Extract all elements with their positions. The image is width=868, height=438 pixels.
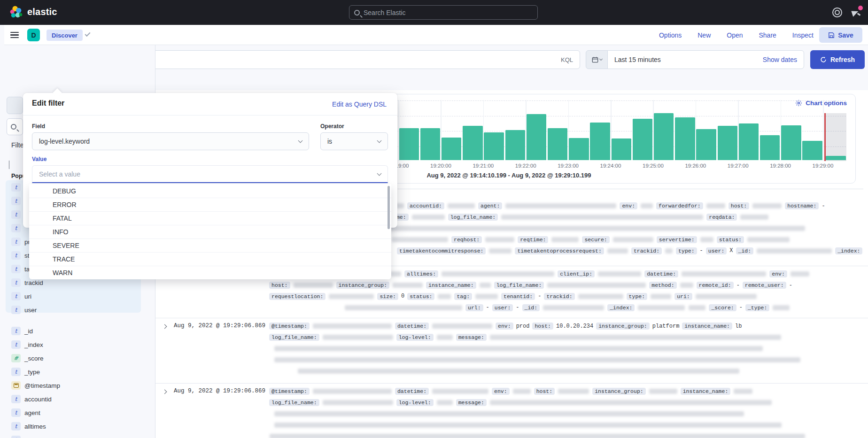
toolbar-link-open[interactable]: Open [727,31,743,39]
sidebar-field-appname[interactable]: tappname [11,435,51,438]
sidebar-field-agent[interactable]: tagent [11,407,40,418]
field-name-badge: log-level: [396,334,434,341]
x-axis-tick-label: 19:22:00 [515,163,536,169]
save-button[interactable]: Save [819,27,862,43]
field-value: - [822,203,825,209]
refresh-button[interactable]: Refresh [810,50,865,69]
popular-field-pr[interactable]: tpr [11,237,30,247]
x-axis-tick-label: 19:27:00 [728,163,749,169]
sidebar-field-@timestamp[interactable]: @timestamp [11,380,60,391]
popular-field-uri[interactable]: turi [11,291,31,301]
app-badge[interactable]: D [27,29,40,41]
field-name-badge: datetime: [644,270,678,277]
row-timestamp: Aug 9, 2022 @ 19:29:06.869 [174,388,265,394]
field-name-badge: host: [534,388,555,395]
refresh-icon [820,56,827,63]
field-name-badge: log_file_name: [448,214,498,221]
expand-row-icon[interactable] [163,390,167,394]
toolbar-link-options[interactable]: Options [659,31,682,39]
toolbar-link-share[interactable]: Share [759,31,776,39]
checkmark-icon [85,31,90,37]
popular-field-hidden[interactable]: t [11,209,24,220]
accordion-chevron-icon[interactable] [9,161,9,169]
value-options-dropdown: DEBUGERRORFATALINFOSEVERETRACEWARN [29,184,391,279]
sidebar-field-alltimes[interactable]: talltimes [11,421,46,431]
redacted-value [298,369,739,374]
histogram-bar [442,138,462,160]
histogram-bar [484,132,504,160]
field-combobox[interactable]: log-level.keyword [32,132,309,150]
redacted-value [442,271,554,277]
redacted-value [613,237,653,242]
breadcrumb-discover[interactable]: Discover [46,30,83,41]
field-name-badge: method: [649,282,676,289]
field-value: - [789,282,792,289]
popular-field-hidden[interactable]: t [11,196,24,206]
toolbar-link-new[interactable]: New [698,31,711,39]
data-view-picker[interactable] [7,97,23,114]
time-range-value[interactable]: Last 15 minutes [614,56,763,63]
operator-select[interactable]: is [320,132,388,150]
value-option-warn[interactable]: WARN [29,266,391,279]
field-name-badge: status: [407,293,434,300]
help-icon[interactable] [832,8,842,17]
query-language-button[interactable]: KQL [561,56,573,63]
histogram-bar [527,114,547,160]
date-picker-menu-button[interactable] [586,50,608,69]
field-name-badge: timetakentocommitresponse: [397,247,486,254]
field-label: _index [24,341,43,348]
time-range-control[interactable]: Last 15 minutes Show dates [607,50,804,69]
field-name-badge: client_ip: [558,270,595,277]
value-option-info[interactable]: INFO [29,225,391,238]
sidebar-field-_id[interactable]: t_id [11,326,33,336]
field-name-badge: env: [769,270,787,277]
value-option-trace[interactable]: TRACE [29,252,391,266]
field-name-badge: log_file_name: [269,334,319,341]
field-value: - [736,282,740,289]
field-name-badge: type: [676,247,697,254]
popular-field-st[interactable]: tst [11,250,30,261]
sidebar-field-accountid[interactable]: taccountid [11,394,52,404]
field-name-badge: _id: [736,247,754,254]
field-search-input[interactable] [7,118,23,135]
elastic-logo [9,5,23,19]
redacted-value [752,203,782,208]
popular-field-hidden[interactable]: t [11,182,24,192]
expand-row-icon[interactable] [163,324,167,329]
value-option-severe[interactable]: SEVERE [29,238,391,252]
chevron-down-icon [298,138,303,143]
show-dates-link[interactable]: Show dates [763,56,797,63]
histogram-bar [590,123,610,160]
popular-field-hidden[interactable]: t [11,223,24,233]
redacted-value [551,237,579,242]
value-option-fatal[interactable]: FATAL [29,211,391,225]
global-search-placeholder: Search Elastic [364,9,405,16]
redacted-value [649,389,677,394]
field-name-badge: secure: [582,236,609,243]
sidebar-field-_type[interactable]: t_type [11,367,40,377]
field-name-badge: instance_name: [682,323,732,330]
redacted-value [651,294,671,299]
news-icon[interactable] [851,8,861,17]
global-search-input[interactable]: Search Elastic [349,5,538,20]
redacted-value [734,389,752,394]
toolbar-link-inspect[interactable]: Inspect [792,31,814,39]
field-value: - [538,293,541,300]
string-field-icon: t [11,278,21,287]
popular-field-user[interactable]: tuser [11,305,37,315]
dropdown-scrollbar[interactable] [388,186,390,229]
field-name-badge: remote_id: [697,282,734,289]
edit-as-query-dsl-link[interactable]: Edit as Query DSL [332,100,387,108]
popular-field-ta[interactable]: tta [11,264,30,274]
value-option-error[interactable]: ERROR [29,198,391,211]
sidebar-field-_index[interactable]: t_index [11,339,43,350]
field-name-badge: agent: [478,202,502,209]
value-option-debug[interactable]: DEBUG [29,184,391,198]
menu-icon[interactable] [10,32,19,38]
value-combobox[interactable]: Select a value [32,165,388,183]
sidebar-field-_score[interactable]: #_score [11,353,44,363]
partial-bucket-band [826,113,846,161]
string-field-icon: t [11,265,21,273]
field-name-badge: _type: [745,304,769,311]
row-field-line [268,343,864,354]
